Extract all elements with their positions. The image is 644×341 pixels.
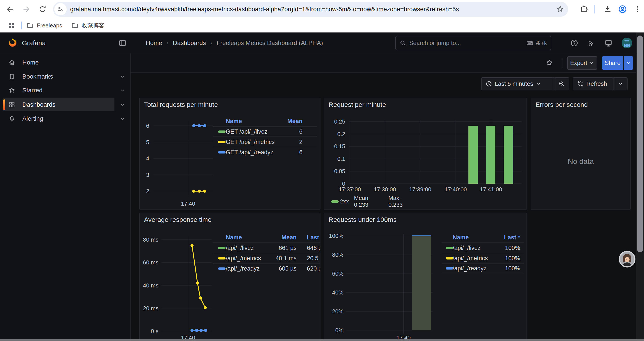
news-rss-icon[interactable] — [586, 38, 597, 48]
series-swatch — [218, 151, 226, 153]
series-mean: 6 — [299, 149, 302, 156]
sidebar-item-bookmarks[interactable]: Bookmarks — [3, 70, 114, 83]
subheader-divider — [562, 58, 562, 68]
series-name: GET /api/_/readyz — [226, 149, 273, 156]
user-avatar[interactable] — [622, 38, 632, 48]
panel-errors-per-second: Errors per second No data — [531, 98, 631, 210]
dock-menu-icon[interactable] — [118, 39, 127, 47]
svg-text:17:38:00: 17:38:00 — [374, 186, 396, 193]
legend-row[interactable]: /api/_/metrics100% — [442, 253, 524, 263]
grafana-brand[interactable]: Grafana — [22, 33, 46, 53]
search-shortcut: ⌘+k — [526, 40, 547, 47]
series-mean: 40.1 ms — [276, 255, 296, 261]
chevron-down-icon[interactable] — [119, 73, 126, 80]
legend-table-header[interactable]: NameMean — [212, 116, 317, 126]
profile-icon[interactable] — [616, 3, 629, 15]
svg-text:3: 3 — [146, 172, 149, 178]
search-box[interactable]: ⌘+k — [395, 36, 551, 50]
url-input[interactable] — [70, 2, 546, 17]
series-swatch — [446, 267, 453, 269]
share-button[interactable]: Share — [602, 56, 623, 70]
browser-forward-icon[interactable] — [20, 3, 32, 15]
svg-text:20%: 20% — [332, 308, 344, 315]
browser-menu-icon[interactable] — [631, 3, 644, 15]
legend-row[interactable]: /api/_/readyz605 µs620 µs — [212, 263, 320, 273]
legend-row[interactable]: /api/_/metrics40.1 ms20.5 ms — [212, 253, 320, 263]
browser-reload-icon[interactable] — [36, 3, 49, 15]
svg-text:4: 4 — [146, 155, 149, 162]
grafana-header: Grafana Home › Dashboards › Freeleaps Me… — [0, 33, 644, 53]
refresh-button[interactable]: Refresh — [573, 78, 614, 90]
legend-row[interactable]: GET /api/_/readyz6 — [212, 147, 317, 157]
apps-grid-icon[interactable] — [6, 21, 16, 30]
svg-text:40%: 40% — [332, 289, 344, 296]
legend-mean: Mean: 0.233 — [354, 195, 370, 208]
legend-row[interactable]: /api/_/livez661 µs646 µs — [212, 242, 320, 253]
svg-text:17:37:00: 17:37:00 — [339, 186, 361, 193]
column-mean: Mean — [287, 118, 302, 125]
zoom-out-button[interactable] — [554, 78, 569, 90]
legend-table-header[interactable]: NameLast * — [442, 232, 524, 242]
svg-text:60 ms: 60 ms — [143, 259, 158, 266]
assistant-avatar[interactable] — [618, 251, 636, 268]
series-mean: 2 — [299, 138, 302, 145]
svg-text:0.15: 0.15 — [334, 143, 345, 150]
legend-table-header[interactable]: NameMeanLast * — [212, 232, 320, 242]
extensions-icon[interactable] — [578, 3, 590, 15]
bell-icon — [8, 115, 15, 122]
help-icon[interactable] — [569, 38, 580, 48]
bookmark-star-icon[interactable] — [556, 5, 565, 14]
series-last: 620 µs — [307, 265, 320, 272]
series-mean: 661 µs — [278, 244, 296, 251]
sidebar-item-alerting[interactable]: Alerting — [3, 112, 114, 125]
search-input[interactable] — [409, 40, 526, 47]
legend-row[interactable]: /api/_/livez100% — [442, 242, 524, 253]
grafana-logo-icon[interactable] — [8, 38, 18, 48]
legend-row[interactable]: GET /api/_/livez6 — [212, 126, 317, 137]
share-dropdown-button[interactable] — [624, 56, 633, 70]
svg-text:17:40: 17:40 — [181, 200, 195, 207]
sidebar-item-dashboards[interactable]: Dashboards — [3, 98, 114, 111]
panel-title[interactable]: Errors per second — [536, 101, 588, 108]
download-icon[interactable] — [602, 3, 614, 15]
sidebar-item-starred[interactable]: Starred — [3, 84, 114, 97]
chevron-down-icon[interactable] — [119, 87, 126, 94]
svg-text:17:39:00: 17:39:00 — [409, 186, 431, 193]
series-name: GET /api/_/livez — [226, 128, 268, 135]
page-scrollbar-thumb[interactable] — [637, 36, 643, 252]
chevron-down-icon[interactable] — [119, 101, 126, 108]
url-bar[interactable] — [53, 2, 568, 17]
breadcrumb-home[interactable]: Home — [146, 40, 162, 47]
grid-icon — [8, 101, 15, 108]
breadcrumb-separator: › — [210, 40, 212, 46]
series-swatch — [446, 247, 453, 249]
breadcrumb-dashboards[interactable]: Dashboards — [173, 40, 206, 47]
svg-text:0.25: 0.25 — [334, 118, 345, 125]
legend-table: NameMeanGET /api/_/livez6GET /api/_/metr… — [212, 116, 317, 157]
browser-back-icon[interactable] — [4, 3, 16, 15]
panel-request-per-minute: Request per minute 0.250.20.150.10.05017… — [324, 98, 527, 210]
star-icon — [8, 87, 15, 94]
site-settings-icon[interactable] — [54, 3, 67, 15]
favorite-star-icon[interactable] — [544, 58, 554, 68]
series-name: GET /api/_/metrics — [226, 138, 275, 145]
legend-row[interactable]: /api/_/readyz100% — [442, 263, 524, 273]
series-swatch — [218, 130, 226, 133]
refresh-interval-dropdown[interactable] — [614, 78, 627, 90]
request-per-minute-chart[interactable]: 0.250.20.150.10.05017:37:0017:38:0017:39… — [324, 98, 526, 197]
column-name: Name — [453, 234, 469, 241]
toolbar-divider — [594, 5, 595, 14]
time-range-picker[interactable]: Last 5 minutes — [481, 77, 569, 90]
bookmark-folder-blogs[interactable]: 收藏博客 — [71, 20, 104, 31]
legend-table: NameLast */api/_/livez100%/api/_/metrics… — [442, 232, 524, 273]
export-button[interactable]: Export — [567, 56, 597, 70]
legend-row[interactable]: GET /api/_/metrics2 — [212, 137, 317, 147]
chevron-down-icon[interactable] — [119, 115, 126, 122]
bookmark-folder-freeleaps[interactable]: Freeleaps — [26, 20, 62, 31]
kiosk-monitor-icon[interactable] — [603, 38, 614, 48]
sidebar-item-home[interactable]: Home — [3, 56, 114, 69]
bookmark-icon — [8, 73, 15, 80]
series-last: 100% — [505, 255, 520, 261]
bottom-scrollbar[interactable] — [0, 339, 644, 341]
sidebar: HomeBookmarksStarredDashboardsAlerting — [0, 53, 131, 339]
